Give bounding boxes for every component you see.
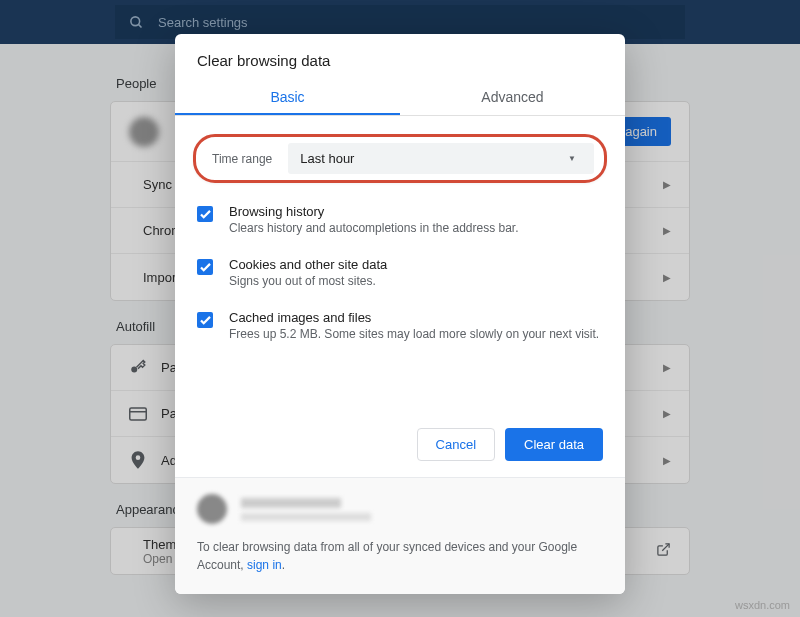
checkbox-checked[interactable] (197, 206, 213, 222)
dialog-title: Clear browsing data (175, 34, 625, 79)
modal-overlay: Clear browsing data Basic Advanced Time … (0, 0, 800, 617)
time-range-select[interactable]: Last hour ▼ (288, 143, 594, 174)
cancel-button[interactable]: Cancel (417, 428, 495, 461)
checkbox-checked[interactable] (197, 259, 213, 275)
dialog-tabs: Basic Advanced (175, 79, 625, 116)
watermark: wsxdn.com (735, 599, 790, 611)
tab-advanced[interactable]: Advanced (400, 79, 625, 115)
opt-cached[interactable]: Cached images and files Frees up 5.2 MB.… (197, 299, 603, 352)
footer-message: To clear browsing data from all of your … (197, 538, 603, 574)
time-range-label: Time range (212, 152, 272, 166)
opt-cookies[interactable]: Cookies and other site data Signs you ou… (197, 246, 603, 299)
dialog-actions: Cancel Clear data (175, 428, 625, 477)
dialog-footer: To clear browsing data from all of your … (175, 477, 625, 594)
time-range-value: Last hour (300, 151, 354, 166)
clear-browsing-data-dialog: Clear browsing data Basic Advanced Time … (175, 34, 625, 594)
sign-in-link[interactable]: sign in (247, 558, 282, 572)
footer-name-blur (241, 498, 341, 508)
tab-basic[interactable]: Basic (175, 79, 400, 115)
clear-options: Browsing history Clears history and auto… (175, 193, 625, 352)
footer-avatar (197, 494, 227, 524)
time-range-highlight: Time range Last hour ▼ (193, 134, 607, 183)
clear-data-button[interactable]: Clear data (505, 428, 603, 461)
checkbox-checked[interactable] (197, 312, 213, 328)
footer-email-blur (241, 513, 371, 521)
dropdown-icon: ▼ (568, 154, 576, 163)
opt-browsing-history[interactable]: Browsing history Clears history and auto… (197, 193, 603, 246)
